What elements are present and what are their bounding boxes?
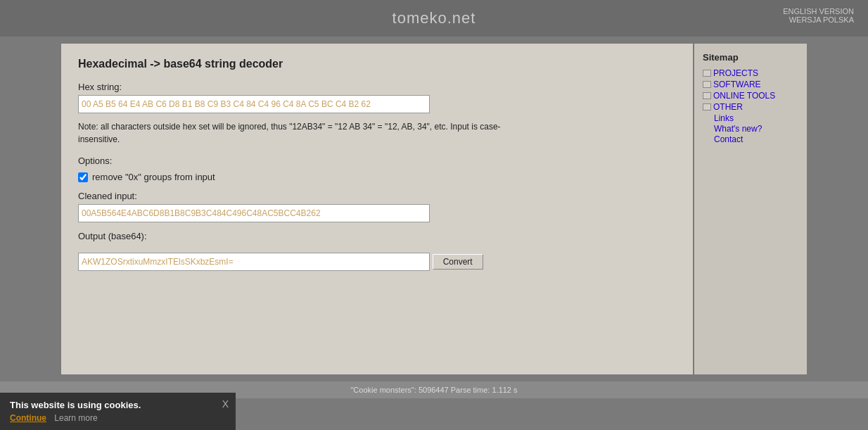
cleaned-input[interactable]	[78, 204, 430, 222]
sidebar-label-software: SOFTWARE	[713, 80, 761, 89]
remove-0x-checkbox[interactable]	[78, 172, 88, 182]
sidebar-item-online-tools[interactable]: ONLINE TOOLS	[703, 91, 798, 101]
cleaned-input-label: Cleaned input:	[78, 191, 676, 201]
cookie-banner: X This website is using cookies. Continu…	[0, 393, 236, 430]
note-text: Note: all characters outside hex set wil…	[78, 120, 528, 146]
cookie-links: Continue Learn more	[10, 413, 226, 423]
lang-polish[interactable]: WERSJA POLSKA	[783, 15, 854, 24]
site-logo: tomeko.net	[392, 9, 476, 27]
folder-icon	[703, 103, 711, 110]
page-title: Hexadecimal -> base64 string decoder	[78, 58, 676, 70]
cookie-learn-more-link[interactable]: Learn more	[54, 413, 97, 423]
folder-icon	[703, 70, 711, 77]
cookie-close-icon[interactable]: X	[222, 398, 229, 410]
hex-input[interactable]	[78, 95, 430, 113]
sidebar-item-software[interactable]: SOFTWARE	[703, 80, 798, 89]
folder-icon	[703, 92, 711, 99]
sitemap-title: Sitemap	[703, 52, 798, 63]
option-row: remove "0x" groups from input	[78, 172, 676, 182]
output-label: Output (base64):	[78, 231, 676, 241]
options-label: Options:	[78, 156, 676, 166]
output-input[interactable]	[78, 253, 430, 271]
cookie-continue-button[interactable]: Continue	[10, 413, 46, 423]
lang-english[interactable]: ENGLISH VERSION	[783, 7, 854, 15]
cookie-message: This website is using cookies.	[10, 400, 226, 410]
site-header: tomeko.net ENGLISH VERSION WERSJA POLSKA	[0, 0, 868, 37]
sidebar: Sitemap PROJECTS SOFTWARE	[694, 44, 807, 374]
convert-button[interactable]: Convert	[433, 254, 483, 270]
sidebar-label-projects: PROJECTS	[713, 68, 758, 78]
sidebar-label-other: OTHER	[713, 102, 743, 112]
sidebar-link-links[interactable]: Links	[703, 113, 798, 123]
sidebar-item-projects[interactable]: PROJECTS	[703, 68, 798, 78]
sidebar-label-online-tools: ONLINE TOOLS	[713, 91, 775, 101]
language-switcher: ENGLISH VERSION WERSJA POLSKA	[783, 7, 854, 24]
hex-label: Hex string:	[78, 82, 676, 92]
sidebar-link-contact[interactable]: Contact	[703, 134, 798, 144]
folder-icon	[703, 81, 711, 88]
sidebar-link-whatsnew[interactable]: What's new?	[703, 124, 798, 134]
main-content: Hexadecimal -> base64 string decoder Hex…	[61, 44, 693, 374]
sidebar-item-other[interactable]: OTHER	[703, 102, 798, 112]
checkbox-label: remove "0x" groups from input	[92, 172, 215, 182]
footer-text: "Cookie monsters": 5096447 Parse time: 1…	[350, 386, 517, 394]
